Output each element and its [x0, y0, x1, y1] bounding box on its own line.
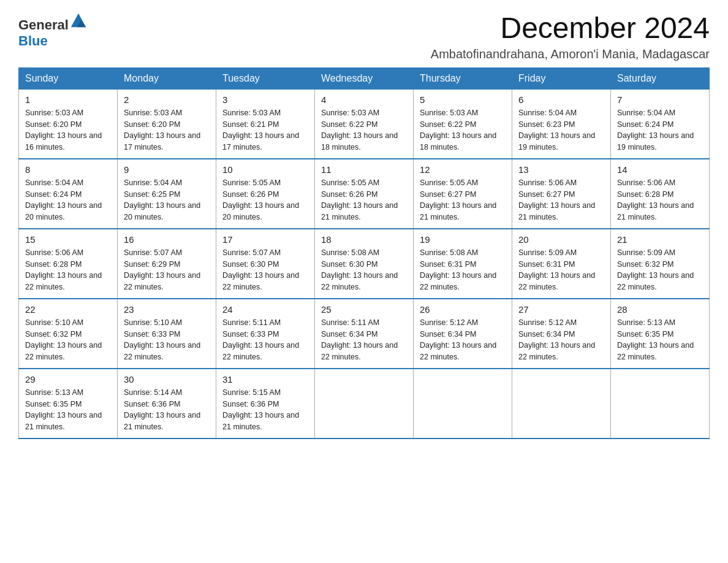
- day-number: 2: [124, 94, 210, 105]
- day-number: 28: [617, 304, 703, 315]
- day-info: Sunrise: 5:05 AM Sunset: 6:26 PM Dayligh…: [321, 177, 407, 223]
- day-number: 23: [124, 304, 210, 315]
- day-number: 31: [222, 374, 308, 385]
- day-info: Sunrise: 5:11 AM Sunset: 6:34 PM Dayligh…: [321, 317, 407, 363]
- table-row: 15 Sunrise: 5:06 AM Sunset: 6:28 PM Dayl…: [19, 229, 118, 299]
- day-info: Sunrise: 5:12 AM Sunset: 6:34 PM Dayligh…: [420, 317, 506, 363]
- calendar-table: Sunday Monday Tuesday Wednesday Thursday…: [18, 67, 710, 439]
- day-info: Sunrise: 5:15 AM Sunset: 6:36 PM Dayligh…: [222, 387, 308, 433]
- table-row: [512, 369, 611, 439]
- calendar-week-1: 1 Sunrise: 5:03 AM Sunset: 6:20 PM Dayli…: [19, 89, 710, 159]
- table-row: 2 Sunrise: 5:03 AM Sunset: 6:20 PM Dayli…: [118, 89, 216, 159]
- day-number: 12: [420, 164, 506, 175]
- day-info: Sunrise: 5:05 AM Sunset: 6:27 PM Dayligh…: [420, 177, 506, 223]
- day-number: 10: [222, 164, 308, 175]
- header-sunday: Sunday: [19, 67, 118, 89]
- table-row: 27 Sunrise: 5:12 AM Sunset: 6:34 PM Dayl…: [512, 299, 611, 369]
- day-info: Sunrise: 5:05 AM Sunset: 6:26 PM Dayligh…: [222, 177, 308, 223]
- header-tuesday: Tuesday: [216, 67, 315, 89]
- day-number: 26: [420, 304, 506, 315]
- logo-blue: Blue: [18, 33, 48, 48]
- table-row: 18 Sunrise: 5:08 AM Sunset: 6:30 PM Dayl…: [315, 229, 414, 299]
- table-row: 23 Sunrise: 5:10 AM Sunset: 6:33 PM Dayl…: [118, 299, 216, 369]
- header-friday: Friday: [512, 67, 611, 89]
- day-info: Sunrise: 5:08 AM Sunset: 6:30 PM Dayligh…: [321, 247, 407, 293]
- table-row: [611, 369, 710, 439]
- day-info: Sunrise: 5:14 AM Sunset: 6:36 PM Dayligh…: [124, 387, 210, 433]
- header-monday: Monday: [118, 67, 216, 89]
- day-number: 4: [321, 94, 407, 105]
- day-number: 30: [124, 374, 210, 385]
- day-number: 1: [25, 94, 111, 105]
- day-number: 24: [222, 304, 308, 315]
- day-number: 20: [518, 234, 604, 245]
- table-row: 17 Sunrise: 5:07 AM Sunset: 6:30 PM Dayl…: [216, 229, 315, 299]
- table-row: 6 Sunrise: 5:04 AM Sunset: 6:23 PM Dayli…: [512, 89, 611, 159]
- day-number: 5: [420, 94, 506, 105]
- day-number: 9: [124, 164, 210, 175]
- day-info: Sunrise: 5:07 AM Sunset: 6:30 PM Dayligh…: [222, 247, 308, 293]
- day-info: Sunrise: 5:04 AM Sunset: 6:25 PM Dayligh…: [124, 177, 210, 223]
- table-row: 16 Sunrise: 5:07 AM Sunset: 6:29 PM Dayl…: [118, 229, 216, 299]
- day-info: Sunrise: 5:11 AM Sunset: 6:33 PM Dayligh…: [222, 317, 308, 363]
- table-row: 13 Sunrise: 5:06 AM Sunset: 6:27 PM Dayl…: [512, 159, 611, 229]
- table-row: 19 Sunrise: 5:08 AM Sunset: 6:31 PM Dayl…: [414, 229, 512, 299]
- day-number: 11: [321, 164, 407, 175]
- day-info: Sunrise: 5:03 AM Sunset: 6:21 PM Dayligh…: [222, 107, 308, 153]
- day-info: Sunrise: 5:07 AM Sunset: 6:29 PM Dayligh…: [124, 247, 210, 293]
- day-info: Sunrise: 5:09 AM Sunset: 6:32 PM Dayligh…: [617, 247, 703, 293]
- table-row: 7 Sunrise: 5:04 AM Sunset: 6:24 PM Dayli…: [611, 89, 710, 159]
- table-row: 22 Sunrise: 5:10 AM Sunset: 6:32 PM Dayl…: [19, 299, 118, 369]
- day-number: 13: [518, 164, 604, 175]
- table-row: [315, 369, 414, 439]
- day-info: Sunrise: 5:04 AM Sunset: 6:23 PM Dayligh…: [518, 107, 604, 153]
- table-row: 10 Sunrise: 5:05 AM Sunset: 6:26 PM Dayl…: [216, 159, 315, 229]
- table-row: 30 Sunrise: 5:14 AM Sunset: 6:36 PM Dayl…: [118, 369, 216, 439]
- calendar-header-row: Sunday Monday Tuesday Wednesday Thursday…: [19, 67, 710, 89]
- day-info: Sunrise: 5:03 AM Sunset: 6:22 PM Dayligh…: [420, 107, 506, 153]
- day-number: 18: [321, 234, 407, 245]
- calendar-week-3: 15 Sunrise: 5:06 AM Sunset: 6:28 PM Dayl…: [19, 229, 710, 299]
- day-number: 16: [124, 234, 210, 245]
- table-row: 26 Sunrise: 5:12 AM Sunset: 6:34 PM Dayl…: [414, 299, 512, 369]
- table-row: 12 Sunrise: 5:05 AM Sunset: 6:27 PM Dayl…: [414, 159, 512, 229]
- day-number: 8: [25, 164, 111, 175]
- logo-icon: [70, 12, 87, 29]
- day-info: Sunrise: 5:04 AM Sunset: 6:24 PM Dayligh…: [25, 177, 111, 223]
- logo: General Blue: [18, 12, 87, 49]
- day-number: 6: [518, 94, 604, 105]
- table-row: 21 Sunrise: 5:09 AM Sunset: 6:32 PM Dayl…: [611, 229, 710, 299]
- day-info: Sunrise: 5:03 AM Sunset: 6:20 PM Dayligh…: [124, 107, 210, 153]
- day-info: Sunrise: 5:06 AM Sunset: 6:28 PM Dayligh…: [25, 247, 111, 293]
- table-row: 1 Sunrise: 5:03 AM Sunset: 6:20 PM Dayli…: [19, 89, 118, 159]
- table-row: 11 Sunrise: 5:05 AM Sunset: 6:26 PM Dayl…: [315, 159, 414, 229]
- day-number: 17: [222, 234, 308, 245]
- day-info: Sunrise: 5:10 AM Sunset: 6:32 PM Dayligh…: [25, 317, 111, 363]
- calendar-week-2: 8 Sunrise: 5:04 AM Sunset: 6:24 PM Dayli…: [19, 159, 710, 229]
- table-row: 4 Sunrise: 5:03 AM Sunset: 6:22 PM Dayli…: [315, 89, 414, 159]
- page-header: General Blue December 2024 Ambatofinandr…: [18, 12, 710, 61]
- day-number: 22: [25, 304, 111, 315]
- table-row: 31 Sunrise: 5:15 AM Sunset: 6:36 PM Dayl…: [216, 369, 315, 439]
- day-number: 25: [321, 304, 407, 315]
- day-number: 27: [518, 304, 604, 315]
- day-info: Sunrise: 5:10 AM Sunset: 6:33 PM Dayligh…: [124, 317, 210, 363]
- day-info: Sunrise: 5:06 AM Sunset: 6:28 PM Dayligh…: [617, 177, 703, 223]
- table-row: 29 Sunrise: 5:13 AM Sunset: 6:35 PM Dayl…: [19, 369, 118, 439]
- location-subtitle: Ambatofinandrahana, Amoron'i Mania, Mada…: [431, 47, 710, 61]
- month-title: December 2024: [431, 12, 710, 45]
- table-row: 3 Sunrise: 5:03 AM Sunset: 6:21 PM Dayli…: [216, 89, 315, 159]
- day-number: 21: [617, 234, 703, 245]
- day-info: Sunrise: 5:13 AM Sunset: 6:35 PM Dayligh…: [617, 317, 703, 363]
- day-number: 14: [617, 164, 703, 175]
- header-wednesday: Wednesday: [315, 67, 414, 89]
- day-number: 19: [420, 234, 506, 245]
- logo-text: General Blue: [18, 12, 87, 49]
- table-row: 9 Sunrise: 5:04 AM Sunset: 6:25 PM Dayli…: [118, 159, 216, 229]
- table-row: 14 Sunrise: 5:06 AM Sunset: 6:28 PM Dayl…: [611, 159, 710, 229]
- calendar-week-4: 22 Sunrise: 5:10 AM Sunset: 6:32 PM Dayl…: [19, 299, 710, 369]
- table-row: 28 Sunrise: 5:13 AM Sunset: 6:35 PM Dayl…: [611, 299, 710, 369]
- table-row: 5 Sunrise: 5:03 AM Sunset: 6:22 PM Dayli…: [414, 89, 512, 159]
- day-info: Sunrise: 5:08 AM Sunset: 6:31 PM Dayligh…: [420, 247, 506, 293]
- header-thursday: Thursday: [414, 67, 512, 89]
